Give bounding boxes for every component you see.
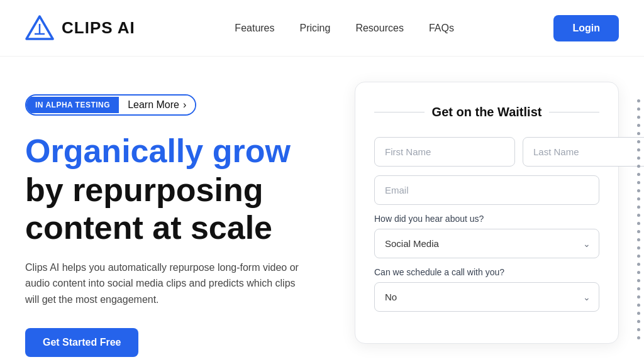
dot [637, 116, 640, 119]
dot [637, 295, 640, 299]
alpha-tag: IN ALPHA TESTING [26, 97, 119, 113]
dot [637, 132, 640, 135]
schedule-select-wrap: No Yes ⌄ [374, 282, 599, 312]
hero-left: IN ALPHA TESTING Learn More › Organicall… [25, 82, 330, 357]
email-input[interactable] [374, 175, 599, 205]
waitlist-title-row: Get on the Waitlist [374, 105, 599, 119]
nav-features[interactable]: Features [235, 23, 274, 34]
dot [637, 197, 640, 200]
dot [637, 156, 640, 160]
dot [637, 181, 640, 184]
nav-pricing[interactable]: Pricing [300, 23, 331, 34]
dot [637, 304, 640, 307]
schedule-label: Can we schedule a call with you? [374, 267, 599, 277]
dot [637, 271, 640, 274]
dot [637, 279, 640, 282]
dot [637, 206, 640, 209]
hear-select-wrap: Social Media Twitter LinkedIn Friend Oth… [374, 229, 599, 258]
hero-title-blue: Organically grow [25, 133, 330, 169]
dot [637, 336, 640, 339]
title-line-left [374, 112, 425, 112]
schedule-select[interactable]: No Yes [374, 282, 599, 312]
learn-more-link[interactable]: Learn More › [119, 96, 195, 114]
dot [637, 165, 640, 168]
title-line-right [549, 112, 599, 112]
waitlist-panel: Get on the Waitlist How did you hear abo… [355, 82, 619, 344]
logo-link[interactable]: CLIPS AI [25, 14, 135, 43]
chevron-right-icon: › [183, 99, 186, 111]
name-row [374, 137, 599, 167]
nav-faqs[interactable]: FAQs [429, 23, 454, 34]
dot [637, 124, 640, 127]
dot [637, 238, 640, 241]
dot [637, 246, 640, 250]
learn-more-label: Learn More [128, 99, 179, 111]
login-button[interactable]: Login [553, 15, 619, 41]
dot [637, 214, 640, 217]
dot [637, 189, 640, 192]
nav-resources[interactable]: Resources [355, 23, 403, 34]
waitlist-title: Get on the Waitlist [432, 105, 542, 119]
dot [637, 222, 640, 225]
logo-text: CLIPS AI [62, 18, 135, 38]
hero-description: Clips AI helps you automatically repurpo… [25, 260, 302, 308]
hear-select[interactable]: Social Media Twitter LinkedIn Friend Oth… [374, 229, 599, 258]
decorative-dots [633, 94, 644, 344]
nav-links: Features Pricing Resources FAQs [235, 23, 454, 34]
dot [637, 255, 640, 258]
navbar: CLIPS AI Features Pricing Resources FAQs… [0, 0, 644, 57]
waitlist-card: Get on the Waitlist How did you hear abo… [355, 82, 619, 344]
hero-section: IN ALPHA TESTING Learn More › Organicall… [0, 57, 644, 362]
dot [637, 230, 640, 233]
dot [637, 148, 640, 151]
dot [637, 320, 640, 323]
dot [637, 287, 640, 290]
last-name-input[interactable] [523, 137, 644, 167]
hear-label: How did you hear about us? [374, 214, 599, 224]
dot [637, 263, 640, 266]
dot [637, 328, 640, 331]
dot [637, 173, 640, 176]
cta-button[interactable]: Get Started Free [25, 328, 138, 357]
dot [637, 312, 640, 315]
hero-title-black: by repurposing content at scale [25, 172, 330, 247]
alpha-badge: IN ALPHA TESTING Learn More › [25, 94, 196, 116]
first-name-input[interactable] [374, 137, 515, 167]
logo-icon [25, 14, 54, 43]
dot [637, 99, 640, 102]
dot [637, 107, 640, 111]
dot [637, 140, 640, 143]
